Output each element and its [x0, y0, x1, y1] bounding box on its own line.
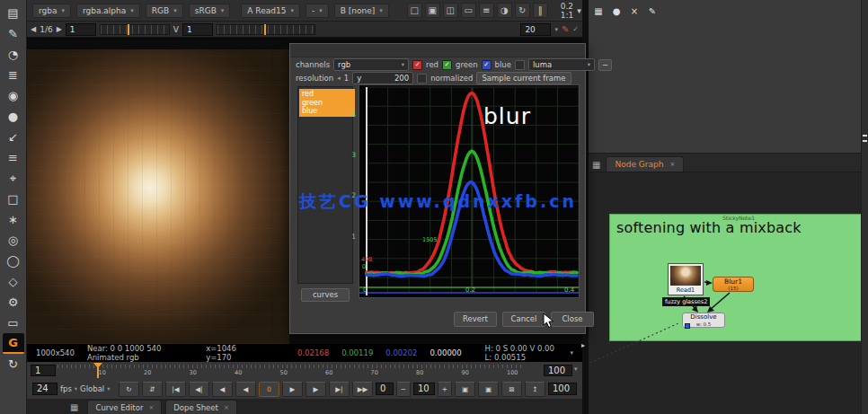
range-end-field[interactable]: 100: [544, 365, 572, 376]
cancel-button[interactable]: Cancel: [502, 312, 545, 327]
channels-select[interactable]: rgb ▾: [333, 58, 409, 71]
chevron-down-icon[interactable]: ▾: [554, 26, 558, 33]
viewer-zoom-level[interactable]: 0.2 1:1 ▾: [561, 2, 581, 20]
render-flag-icon[interactable]: ▣: [455, 382, 475, 397]
increment-button[interactable]: +: [438, 382, 452, 397]
decrement-button[interactable]: −: [396, 382, 411, 397]
bounce-icon[interactable]: ⇵: [142, 382, 163, 397]
other-icon[interactable]: ▭: [3, 313, 24, 333]
frame-increment-field[interactable]: 10: [413, 383, 435, 395]
step-forward-button[interactable]: ▶: [306, 382, 326, 397]
transform-icon[interactable]: ⌖: [3, 168, 24, 189]
y-resolution-field[interactable]: y 200: [352, 72, 413, 84]
timeline-ruler[interactable]: 102030405060708090100: [58, 363, 525, 378]
loop-icon[interactable]: ↻: [119, 382, 139, 397]
step-back-button[interactable]: ◀: [212, 382, 233, 397]
red-checkbox[interactable]: ✓: [412, 60, 422, 70]
metadata-icon[interactable]: ◇: [3, 271, 24, 292]
normalized-checkbox[interactable]: [417, 74, 427, 84]
keyer-icon[interactable]: ↙: [3, 127, 24, 147]
next-keyframe-button[interactable]: ▶|: [329, 382, 350, 397]
close-button[interactable]: Close: [551, 312, 594, 327]
tab-dope-sheet[interactable]: Dope Sheet×: [165, 400, 237, 414]
splitter-handle[interactable]: [863, 135, 867, 137]
node-blur1[interactable]: Blur1 (15): [713, 277, 754, 292]
current-frame-field[interactable]: 1: [31, 365, 56, 376]
annotate-icon[interactable]: ✎: [562, 24, 569, 34]
pane-menu-icon[interactable]: ▦: [592, 160, 600, 170]
particles-icon[interactable]: ∗: [3, 209, 24, 230]
pane-resize-icon[interactable]: ▸: [581, 341, 585, 349]
pause-icon[interactable]: ‖: [533, 3, 548, 18]
toolsets-icon[interactable]: ⚙: [3, 292, 24, 313]
green-checkbox[interactable]: ✓: [442, 60, 452, 70]
filter-icon[interactable]: ●: [3, 106, 24, 127]
image-icon[interactable]: ▤: [3, 3, 24, 23]
lock-icon[interactable]: ⊠: [501, 382, 522, 397]
deep-icon[interactable]: ◎: [3, 230, 24, 251]
gizmo-g-icon[interactable]: G: [3, 333, 24, 354]
dot-icon[interactable]: ●: [610, 5, 623, 18]
close-icon[interactable]: ×: [669, 161, 675, 168]
viewer-layer-select[interactable]: rgba.alpha ▾: [76, 4, 140, 18]
chevron-down-icon[interactable]: ▾: [574, 366, 578, 373]
draw-icon[interactable]: ✎: [3, 23, 24, 44]
prev-keyframe-button[interactable]: ◀|: [189, 382, 209, 397]
close-icon[interactable]: ×: [224, 404, 229, 411]
merge-icon[interactable]: ≡: [3, 147, 24, 168]
revert-button[interactable]: Revert: [454, 312, 497, 327]
3d-icon[interactable]: □: [3, 189, 24, 209]
fps-display-field[interactable]: 20: [520, 23, 551, 36]
monitor-out-icon[interactable]: ▭: [461, 3, 476, 18]
time-icon[interactable]: ◔: [3, 44, 24, 65]
gamma-slider-handle[interactable]: [264, 24, 266, 35]
views-icon[interactable]: ◯: [3, 251, 24, 271]
input-b-select[interactable]: B [none] ▾: [334, 4, 389, 18]
gain-slider[interactable]: [100, 24, 170, 35]
viewer-display-select[interactable]: RGB ▾: [146, 4, 183, 18]
missed-frames-field[interactable]: 0: [376, 383, 394, 395]
blue-checkbox[interactable]: ✓: [482, 60, 492, 70]
ab-mode-select[interactable]: - ▾: [306, 4, 329, 18]
gain-slider-handle[interactable]: [128, 24, 129, 35]
viewer-channels-select[interactable]: rgba ▾: [32, 4, 71, 18]
expand-icon[interactable]: ↥: [525, 382, 545, 397]
frame-number-field[interactable]: 1: [66, 23, 96, 36]
v-value-field[interactable]: 1: [182, 23, 213, 36]
goto-end-button[interactable]: ▶▶: [352, 382, 373, 397]
fps-select[interactable]: fps ▾: [60, 384, 77, 393]
gamma-icon[interactable]: ◑: [497, 3, 512, 18]
tab-node-graph[interactable]: Node Graph ×: [606, 156, 684, 172]
luma-select[interactable]: luma ▾: [528, 58, 595, 71]
close-icon[interactable]: ×: [148, 404, 154, 411]
channel-icon[interactable]: ≣: [3, 65, 24, 85]
gamma-slider[interactable]: [217, 24, 315, 35]
tab-curve-editor[interactable]: Curve Editor×: [87, 400, 162, 414]
full-res-icon[interactable]: □: [407, 3, 422, 18]
splitter-handle[interactable]: [863, 140, 867, 142]
wipe-icon[interactable]: ◫: [443, 3, 458, 18]
collapse-button[interactable]: −: [598, 59, 612, 71]
grid-icon[interactable]: ▦: [592, 5, 605, 18]
current-frame-indicator[interactable]: 0: [259, 382, 279, 397]
check-icon[interactable]: ✓: [572, 25, 579, 33]
node-graph-canvas[interactable]: StickyNote1 softening with a mixback Rea…: [589, 172, 861, 414]
color-icon[interactable]: ◉: [3, 85, 24, 106]
channel-list-item[interactable]: green: [302, 99, 352, 108]
frame-flag-icon[interactable]: ▣: [478, 382, 499, 397]
node-dissolve[interactable]: Dissolve w: 0.5: [682, 313, 725, 328]
frame-range-mode-select[interactable]: Global ▾: [80, 384, 110, 393]
luma-checkbox[interactable]: [515, 60, 525, 70]
sample-current-frame-button[interactable]: Sample current frame: [476, 72, 571, 84]
prev-frame-button[interactable]: ◀: [31, 25, 36, 33]
close-icon[interactable]: ×: [628, 5, 641, 18]
node-read1[interactable]: Read1 fuzzy glasses2: [668, 263, 704, 295]
stack-icon[interactable]: ≡: [479, 3, 494, 18]
chevron-down-icon[interactable]: ▾: [570, 349, 573, 357]
dialog-header[interactable]: [290, 44, 585, 57]
playback-end-field[interactable]: 100: [548, 383, 577, 395]
pane-menu-icon[interactable]: ▦: [70, 402, 78, 412]
next-frame-button[interactable]: ▶: [57, 25, 62, 33]
fps-value-field[interactable]: 24: [32, 383, 58, 395]
input-a-select[interactable]: A Read15 ▾: [241, 4, 300, 18]
